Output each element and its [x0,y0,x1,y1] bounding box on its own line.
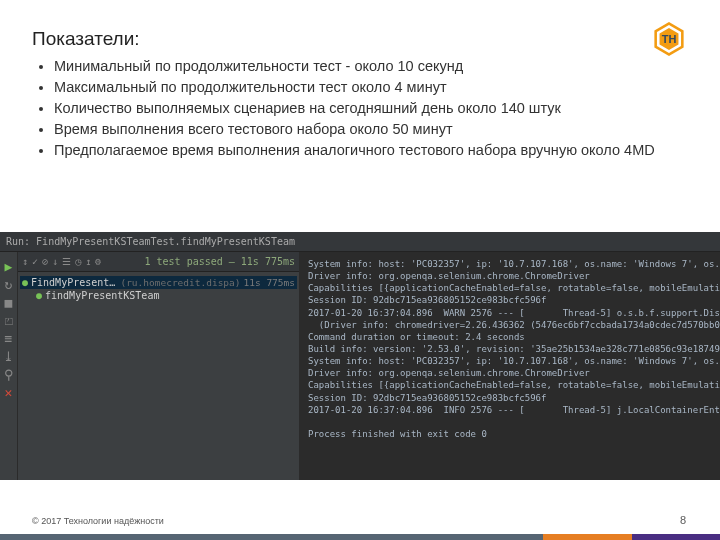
layout-icon[interactable]: ≡ [3,332,15,344]
console-line: Driver info: org.openqa.selenium.chrome.… [308,368,590,378]
history-icon[interactable]: ◷ [75,256,81,267]
stop-icon[interactable]: ■ [3,296,15,308]
filter-fail-icon[interactable]: ⊘ [42,256,48,267]
test-tree-panel: ↕ ✓ ⊘ ↓ ☰ ◷ ↥ ⚙ 1 test passed – 11s 775m… [18,252,300,480]
tree-leaf-row[interactable]: ● findMyPresentKSTeam [20,289,297,302]
toggle-icon[interactable]: ⏍ [3,314,15,326]
run-config-name: FindMyPresentKSTeamTest.findMyPresentKST… [36,236,295,247]
console-output[interactable]: System info: host: 'PC032357', ip: '10.7… [300,252,720,480]
console-line: Capabilities [{applicationCacheEnabled=f… [308,380,720,390]
export-icon[interactable]: ⤓ [3,350,15,362]
tree-root-name: FindMyPresentKSTeamTest [31,277,117,288]
test-tree: ● FindMyPresentKSTeamTest (ru.homecredit… [18,272,299,480]
console-line: (Driver info: chromedriver=2.26.436362 (… [308,320,720,330]
close-icon[interactable]: ✕ [3,386,15,398]
slide-title: Показатели: [32,28,688,50]
run-gutter: ▶ ↻ ■ ⏍ ≡ ⤓ ⚲ ✕ [0,252,18,480]
page-number: 8 [680,514,686,526]
bullet-list: Минимальный по продолжительности тест - … [32,56,688,161]
footer-color-bar [0,534,720,540]
console-line: Build info: version: '2.53.0', revision:… [308,344,720,354]
console-line: System info: host: 'PC032357', ip: '10.7… [308,356,720,366]
console-line: Process finished with exit code 0 [308,429,487,439]
collapse-icon[interactable]: ↕ [22,256,28,267]
gear-icon[interactable]: ⚙ [95,256,101,267]
tests-passed-label: 1 test passed – 11s 775ms [144,256,295,267]
rerun-icon[interactable]: ↻ [3,278,15,290]
console-line: 2017-01-20 16:37:04.896 INFO 2576 --- [ … [308,405,720,415]
tree-icon[interactable]: ☰ [62,256,71,267]
copyright-text: © 2017 Технологии надёжности [32,516,164,526]
slide-footer: © 2017 Технологии надёжности 8 [0,500,720,540]
console-line: Capabilities [{applicationCacheEnabled=f… [308,283,720,293]
console-line: Session ID: 92dbc715ea936805152ce983bcfc… [308,393,546,403]
tree-leaf-name: findMyPresentKSTeam [45,290,295,301]
bullet-item: Время выполнения всего тестового набора … [54,119,688,140]
console-line: 2017-01-20 16:37:04.896 WARN 2576 --- [ … [308,308,720,318]
tree-root-pkg: (ru.homecredit.dispa) [120,277,240,288]
bullet-item: Максимальный по продолжительности тест о… [54,77,688,98]
bullet-item: Количество выполняемых сценариев на сего… [54,98,688,119]
run-label: Run: [6,236,30,247]
console-line: Driver info: org.openqa.selenium.chrome.… [308,271,590,281]
ide-screenshot: Run: FindMyPresentKSTeamTest.findMyPrese… [0,232,720,480]
slide: TH Показатели: Минимальный по продолжите… [0,0,720,540]
run-icon[interactable]: ▶ [3,260,15,272]
filter-pass-icon[interactable]: ✓ [32,256,38,267]
ok-icon: ● [22,277,28,288]
export-icon[interactable]: ↥ [85,256,91,267]
pin-icon[interactable]: ⚲ [3,368,15,380]
ok-icon: ● [36,290,42,301]
sort-icon[interactable]: ↓ [52,256,58,267]
company-logo: TH [652,22,686,56]
console-line: Command duration or timeout: 2.4 seconds [308,332,525,342]
test-toolbar: ↕ ✓ ⊘ ↓ ☰ ◷ ↥ ⚙ 1 test passed – 11s 775m… [18,252,299,272]
console-line: System info: host: 'PC032357', ip: '10.7… [308,259,720,269]
bullet-item: Минимальный по продолжительности тест - … [54,56,688,77]
tree-root-time: 11s 775ms [244,277,295,288]
logo-letter: TH [658,28,680,50]
tree-root-row[interactable]: ● FindMyPresentKSTeamTest (ru.homecredit… [20,276,297,289]
ide-run-header: Run: FindMyPresentKSTeamTest.findMyPrese… [0,232,720,252]
console-line: Session ID: 92dbc715ea936805152ce983bcfc… [308,295,546,305]
bullet-item: Предполагаемое время выполнения аналогич… [54,140,688,161]
